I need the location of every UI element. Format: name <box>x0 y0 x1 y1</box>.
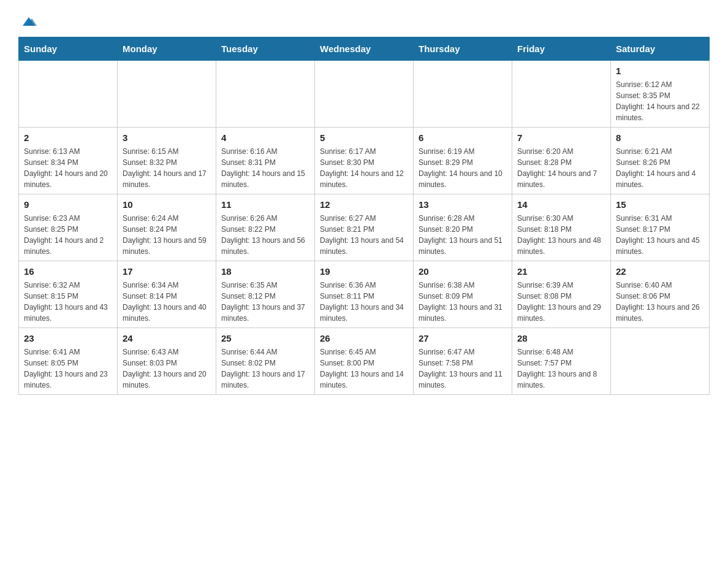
day-info: Sunrise: 6:34 AMSunset: 8:14 PMDaylight:… <box>123 280 211 324</box>
calendar-week-row: 2Sunrise: 6:13 AMSunset: 8:34 PMDaylight… <box>19 128 710 194</box>
calendar-week-row: 1Sunrise: 6:12 AMSunset: 8:35 PMDaylight… <box>19 61 710 128</box>
weekday-header-friday: Friday <box>512 37 611 61</box>
calendar-cell <box>611 328 710 395</box>
logo <box>18 12 39 31</box>
day-info: Sunrise: 6:26 AMSunset: 8:22 PMDaylight:… <box>221 213 309 257</box>
day-info: Sunrise: 6:13 AMSunset: 8:34 PMDaylight:… <box>24 146 112 190</box>
calendar-cell: 6Sunrise: 6:19 AMSunset: 8:29 PMDaylight… <box>414 128 512 194</box>
calendar-week-row: 23Sunrise: 6:41 AMSunset: 8:05 PMDayligh… <box>19 328 710 395</box>
day-info: Sunrise: 6:32 AMSunset: 8:15 PMDaylight:… <box>24 280 112 324</box>
day-number: 9 <box>24 198 112 211</box>
day-number: 25 <box>221 332 309 345</box>
calendar-cell: 4Sunrise: 6:16 AMSunset: 8:31 PMDaylight… <box>216 128 315 194</box>
day-number: 16 <box>24 265 112 278</box>
calendar-cell: 2Sunrise: 6:13 AMSunset: 8:34 PMDaylight… <box>19 128 118 194</box>
day-number: 6 <box>419 131 507 144</box>
day-info: Sunrise: 6:31 AMSunset: 8:17 PMDaylight:… <box>616 213 704 257</box>
day-info: Sunrise: 6:30 AMSunset: 8:18 PMDaylight:… <box>517 213 605 257</box>
calendar-cell: 20Sunrise: 6:38 AMSunset: 8:09 PMDayligh… <box>414 261 512 328</box>
day-number: 2 <box>24 131 112 144</box>
day-number: 10 <box>123 198 211 211</box>
calendar-cell <box>216 61 315 128</box>
calendar-cell <box>315 61 414 128</box>
calendar-cell: 17Sunrise: 6:34 AMSunset: 8:14 PMDayligh… <box>118 261 216 328</box>
day-info: Sunrise: 6:27 AMSunset: 8:21 PMDaylight:… <box>320 213 408 257</box>
weekday-header-saturday: Saturday <box>611 37 710 61</box>
day-info: Sunrise: 6:24 AMSunset: 8:24 PMDaylight:… <box>123 213 211 257</box>
day-info: Sunrise: 6:36 AMSunset: 8:11 PMDaylight:… <box>320 280 408 324</box>
day-number: 5 <box>320 131 408 144</box>
calendar-cell: 12Sunrise: 6:27 AMSunset: 8:21 PMDayligh… <box>315 194 414 261</box>
weekday-header-wednesday: Wednesday <box>315 37 414 61</box>
day-number: 12 <box>320 198 408 211</box>
day-info: Sunrise: 6:17 AMSunset: 8:30 PMDaylight:… <box>320 146 408 190</box>
calendar-cell: 15Sunrise: 6:31 AMSunset: 8:17 PMDayligh… <box>611 194 710 261</box>
day-info: Sunrise: 6:21 AMSunset: 8:26 PMDaylight:… <box>616 146 704 190</box>
calendar-cell: 21Sunrise: 6:39 AMSunset: 8:08 PMDayligh… <box>512 261 611 328</box>
calendar-cell: 5Sunrise: 6:17 AMSunset: 8:30 PMDaylight… <box>315 128 414 194</box>
day-info: Sunrise: 6:47 AMSunset: 7:58 PMDaylight:… <box>419 347 507 391</box>
calendar-cell: 1Sunrise: 6:12 AMSunset: 8:35 PMDaylight… <box>611 61 710 128</box>
calendar-cell: 3Sunrise: 6:15 AMSunset: 8:32 PMDaylight… <box>118 128 216 194</box>
calendar-cell: 19Sunrise: 6:36 AMSunset: 8:11 PMDayligh… <box>315 261 414 328</box>
day-info: Sunrise: 6:38 AMSunset: 8:09 PMDaylight:… <box>419 280 507 324</box>
day-info: Sunrise: 6:44 AMSunset: 8:02 PMDaylight:… <box>221 347 309 391</box>
calendar-body: 1Sunrise: 6:12 AMSunset: 8:35 PMDaylight… <box>19 61 710 395</box>
calendar-cell: 13Sunrise: 6:28 AMSunset: 8:20 PMDayligh… <box>414 194 512 261</box>
calendar-cell: 16Sunrise: 6:32 AMSunset: 8:15 PMDayligh… <box>19 261 118 328</box>
day-number: 1 <box>616 64 704 77</box>
calendar-cell: 28Sunrise: 6:48 AMSunset: 7:57 PMDayligh… <box>512 328 611 395</box>
weekday-header-row: SundayMondayTuesdayWednesdayThursdayFrid… <box>19 37 710 61</box>
calendar-cell: 18Sunrise: 6:35 AMSunset: 8:12 PMDayligh… <box>216 261 315 328</box>
calendar-cell <box>118 61 216 128</box>
day-number: 13 <box>419 198 507 211</box>
calendar-cell <box>19 61 118 128</box>
logo-icon <box>20 12 38 31</box>
day-info: Sunrise: 6:35 AMSunset: 8:12 PMDaylight:… <box>221 280 309 324</box>
day-number: 26 <box>320 332 408 345</box>
day-info: Sunrise: 6:39 AMSunset: 8:08 PMDaylight:… <box>517 280 605 324</box>
weekday-header-monday: Monday <box>118 37 216 61</box>
day-number: 21 <box>517 265 605 278</box>
weekday-header-sunday: Sunday <box>19 37 118 61</box>
day-number: 27 <box>419 332 507 345</box>
calendar-cell: 27Sunrise: 6:47 AMSunset: 7:58 PMDayligh… <box>414 328 512 395</box>
day-number: 3 <box>123 131 211 144</box>
calendar-cell: 24Sunrise: 6:43 AMSunset: 8:03 PMDayligh… <box>118 328 216 395</box>
day-number: 23 <box>24 332 112 345</box>
calendar-cell <box>414 61 512 128</box>
calendar-cell: 22Sunrise: 6:40 AMSunset: 8:06 PMDayligh… <box>611 261 710 328</box>
day-number: 28 <box>517 332 605 345</box>
calendar-cell: 8Sunrise: 6:21 AMSunset: 8:26 PMDaylight… <box>611 128 710 194</box>
calendar-cell: 25Sunrise: 6:44 AMSunset: 8:02 PMDayligh… <box>216 328 315 395</box>
day-info: Sunrise: 6:40 AMSunset: 8:06 PMDaylight:… <box>616 280 704 324</box>
calendar-cell: 14Sunrise: 6:30 AMSunset: 8:18 PMDayligh… <box>512 194 611 261</box>
calendar-week-row: 16Sunrise: 6:32 AMSunset: 8:15 PMDayligh… <box>19 261 710 328</box>
day-number: 7 <box>517 131 605 144</box>
day-info: Sunrise: 6:19 AMSunset: 8:29 PMDaylight:… <box>419 146 507 190</box>
day-info: Sunrise: 6:12 AMSunset: 8:35 PMDaylight:… <box>616 79 704 123</box>
calendar-cell: 7Sunrise: 6:20 AMSunset: 8:28 PMDaylight… <box>512 128 611 194</box>
calendar-cell <box>512 61 611 128</box>
day-info: Sunrise: 6:23 AMSunset: 8:25 PMDaylight:… <box>24 213 112 257</box>
day-info: Sunrise: 6:15 AMSunset: 8:32 PMDaylight:… <box>123 146 211 190</box>
day-number: 19 <box>320 265 408 278</box>
day-number: 15 <box>616 198 704 211</box>
day-number: 8 <box>616 131 704 144</box>
day-number: 17 <box>123 265 211 278</box>
calendar-header: SundayMondayTuesdayWednesdayThursdayFrid… <box>19 37 710 61</box>
day-info: Sunrise: 6:41 AMSunset: 8:05 PMDaylight:… <box>24 347 112 391</box>
day-number: 4 <box>221 131 309 144</box>
page-header <box>18 12 710 31</box>
day-info: Sunrise: 6:48 AMSunset: 7:57 PMDaylight:… <box>517 347 605 391</box>
day-number: 11 <box>221 198 309 211</box>
calendar-cell: 11Sunrise: 6:26 AMSunset: 8:22 PMDayligh… <box>216 194 315 261</box>
calendar-cell: 10Sunrise: 6:24 AMSunset: 8:24 PMDayligh… <box>118 194 216 261</box>
day-number: 24 <box>123 332 211 345</box>
calendar-table: SundayMondayTuesdayWednesdayThursdayFrid… <box>18 37 710 395</box>
calendar-week-row: 9Sunrise: 6:23 AMSunset: 8:25 PMDaylight… <box>19 194 710 261</box>
calendar-cell: 23Sunrise: 6:41 AMSunset: 8:05 PMDayligh… <box>19 328 118 395</box>
day-number: 22 <box>616 265 704 278</box>
day-info: Sunrise: 6:28 AMSunset: 8:20 PMDaylight:… <box>419 213 507 257</box>
day-info: Sunrise: 6:45 AMSunset: 8:00 PMDaylight:… <box>320 347 408 391</box>
